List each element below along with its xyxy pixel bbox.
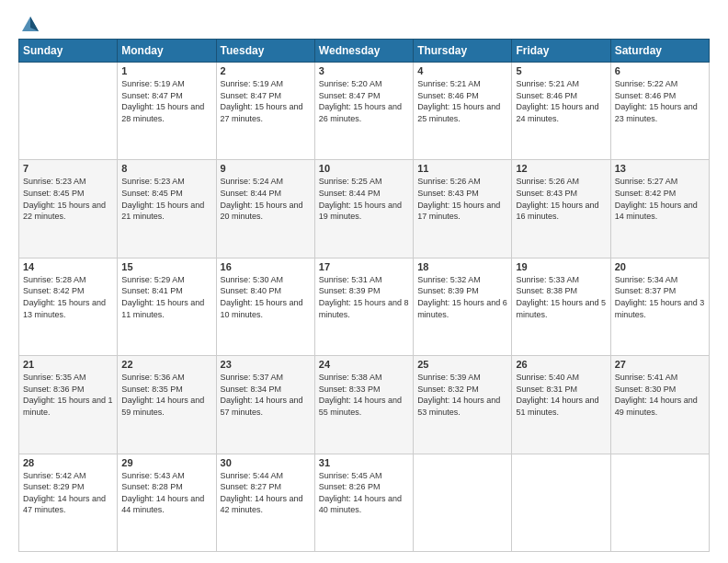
cell-text: Sunrise: 5:28 AMSunset: 8:42 PMDaylight:… <box>23 275 106 319</box>
cell-text: Sunrise: 5:20 AMSunset: 8:47 PMDaylight:… <box>319 79 402 123</box>
calendar-header-cell: Wednesday <box>314 40 413 63</box>
calendar-day-cell: 20Sunrise: 5:34 AMSunset: 8:37 PMDayligh… <box>610 258 709 355</box>
calendar-day-cell: 4Sunrise: 5:21 AMSunset: 8:46 PMDaylight… <box>414 63 512 160</box>
calendar-day-cell: 3Sunrise: 5:20 AMSunset: 8:47 PMDaylight… <box>314 63 413 160</box>
cell-text: Sunrise: 5:23 AMSunset: 8:45 PMDaylight:… <box>121 177 204 221</box>
cell-text: Sunrise: 5:42 AMSunset: 8:29 PMDaylight:… <box>23 471 106 515</box>
day-number: 19 <box>516 261 606 272</box>
cell-text: Sunrise: 5:26 AMSunset: 8:43 PMDaylight:… <box>417 177 500 221</box>
cell-text: Sunrise: 5:25 AMSunset: 8:44 PMDaylight:… <box>319 177 402 221</box>
cell-text: Sunrise: 5:31 AMSunset: 8:39 PMDaylight:… <box>319 275 409 319</box>
calendar-day-cell: 12Sunrise: 5:26 AMSunset: 8:43 PMDayligh… <box>512 160 610 258</box>
calendar-day-cell: 28Sunrise: 5:42 AMSunset: 8:29 PMDayligh… <box>19 454 118 551</box>
calendar-header-row: SundayMondayTuesdayWednesdayThursdayFrid… <box>19 40 710 63</box>
day-number: 25 <box>417 359 507 370</box>
day-number: 28 <box>23 457 113 468</box>
calendar-day-cell: 21Sunrise: 5:35 AMSunset: 8:36 PMDayligh… <box>19 356 118 454</box>
calendar-day-cell: 14Sunrise: 5:28 AMSunset: 8:42 PMDayligh… <box>19 258 118 355</box>
day-number: 10 <box>319 163 409 174</box>
calendar-day-cell: 9Sunrise: 5:24 AMSunset: 8:44 PMDaylight… <box>216 160 314 258</box>
page: SundayMondayTuesdayWednesdayThursdayFrid… <box>0 0 728 563</box>
cell-text: Sunrise: 5:21 AMSunset: 8:46 PMDaylight:… <box>516 79 598 123</box>
logo-icon <box>20 15 40 35</box>
day-number: 18 <box>417 261 507 272</box>
calendar-week-row: 7Sunrise: 5:23 AMSunset: 8:45 PMDaylight… <box>19 160 710 258</box>
calendar-day-cell: 22Sunrise: 5:36 AMSunset: 8:35 PMDayligh… <box>118 356 216 454</box>
cell-text: Sunrise: 5:24 AMSunset: 8:44 PMDaylight:… <box>221 177 303 221</box>
day-number: 27 <box>615 359 705 370</box>
calendar-day-cell: 27Sunrise: 5:41 AMSunset: 8:30 PMDayligh… <box>610 356 709 454</box>
header <box>18 15 710 31</box>
calendar-day-cell: 24Sunrise: 5:38 AMSunset: 8:33 PMDayligh… <box>314 356 413 454</box>
calendar-day-cell: 23Sunrise: 5:37 AMSunset: 8:34 PMDayligh… <box>216 356 314 454</box>
day-number: 9 <box>221 163 311 174</box>
cell-text: Sunrise: 5:29 AMSunset: 8:41 PMDaylight:… <box>121 275 204 319</box>
calendar-week-row: 14Sunrise: 5:28 AMSunset: 8:42 PMDayligh… <box>19 258 710 355</box>
cell-text: Sunrise: 5:39 AMSunset: 8:32 PMDaylight:… <box>417 373 500 417</box>
cell-text: Sunrise: 5:40 AMSunset: 8:31 PMDaylight:… <box>516 373 598 417</box>
day-number: 21 <box>23 359 113 370</box>
day-number: 26 <box>516 359 606 370</box>
cell-text: Sunrise: 5:37 AMSunset: 8:34 PMDaylight:… <box>221 373 303 417</box>
day-number: 17 <box>319 261 409 272</box>
calendar-week-row: 28Sunrise: 5:42 AMSunset: 8:29 PMDayligh… <box>19 454 710 551</box>
calendar-day-cell: 5Sunrise: 5:21 AMSunset: 8:46 PMDaylight… <box>512 63 610 160</box>
cell-text: Sunrise: 5:38 AMSunset: 8:33 PMDaylight:… <box>319 373 402 417</box>
calendar-day-cell: 1Sunrise: 5:19 AMSunset: 8:47 PMDaylight… <box>118 63 216 160</box>
calendar-day-cell <box>19 63 118 160</box>
cell-text: Sunrise: 5:43 AMSunset: 8:28 PMDaylight:… <box>121 471 204 515</box>
day-number: 29 <box>121 457 211 468</box>
calendar-day-cell: 17Sunrise: 5:31 AMSunset: 8:39 PMDayligh… <box>314 258 413 355</box>
day-number: 12 <box>516 163 606 174</box>
calendar-day-cell: 13Sunrise: 5:27 AMSunset: 8:42 PMDayligh… <box>610 160 709 258</box>
calendar-day-cell: 26Sunrise: 5:40 AMSunset: 8:31 PMDayligh… <box>512 356 610 454</box>
cell-text: Sunrise: 5:32 AMSunset: 8:39 PMDaylight:… <box>417 275 507 319</box>
day-number: 20 <box>615 261 705 272</box>
day-number: 8 <box>121 163 211 174</box>
calendar-day-cell: 11Sunrise: 5:26 AMSunset: 8:43 PMDayligh… <box>414 160 512 258</box>
day-number: 5 <box>516 65 606 76</box>
calendar-day-cell: 30Sunrise: 5:44 AMSunset: 8:27 PMDayligh… <box>216 454 314 551</box>
calendar-table: SundayMondayTuesdayWednesdayThursdayFrid… <box>18 39 710 552</box>
day-number: 7 <box>23 163 113 174</box>
cell-text: Sunrise: 5:30 AMSunset: 8:40 PMDaylight:… <box>221 275 303 319</box>
calendar-header-cell: Thursday <box>414 40 512 63</box>
cell-text: Sunrise: 5:41 AMSunset: 8:30 PMDaylight:… <box>615 373 698 417</box>
cell-text: Sunrise: 5:23 AMSunset: 8:45 PMDaylight:… <box>23 177 106 221</box>
cell-text: Sunrise: 5:34 AMSunset: 8:37 PMDaylight:… <box>615 275 705 319</box>
cell-text: Sunrise: 5:19 AMSunset: 8:47 PMDaylight:… <box>121 79 204 123</box>
calendar-day-cell: 29Sunrise: 5:43 AMSunset: 8:28 PMDayligh… <box>118 454 216 551</box>
calendar-day-cell: 2Sunrise: 5:19 AMSunset: 8:47 PMDaylight… <box>216 63 314 160</box>
cell-text: Sunrise: 5:44 AMSunset: 8:27 PMDaylight:… <box>221 471 303 515</box>
cell-text: Sunrise: 5:36 AMSunset: 8:35 PMDaylight:… <box>121 373 204 417</box>
calendar-header-cell: Monday <box>118 40 216 63</box>
cell-text: Sunrise: 5:19 AMSunset: 8:47 PMDaylight:… <box>221 79 303 123</box>
cell-text: Sunrise: 5:27 AMSunset: 8:42 PMDaylight:… <box>615 177 698 221</box>
cell-text: Sunrise: 5:33 AMSunset: 8:38 PMDaylight:… <box>516 275 606 319</box>
day-number: 2 <box>221 65 311 76</box>
cell-text: Sunrise: 5:26 AMSunset: 8:43 PMDaylight:… <box>516 177 598 221</box>
calendar-header-cell: Saturday <box>610 40 709 63</box>
calendar-day-cell <box>414 454 512 551</box>
day-number: 6 <box>615 65 705 76</box>
calendar-day-cell: 10Sunrise: 5:25 AMSunset: 8:44 PMDayligh… <box>314 160 413 258</box>
calendar-day-cell: 31Sunrise: 5:45 AMSunset: 8:26 PMDayligh… <box>314 454 413 551</box>
calendar-header-cell: Friday <box>512 40 610 63</box>
day-number: 16 <box>221 261 311 272</box>
logo <box>18 15 42 31</box>
calendar-day-cell: 16Sunrise: 5:30 AMSunset: 8:40 PMDayligh… <box>216 258 314 355</box>
day-number: 15 <box>121 261 211 272</box>
day-number: 4 <box>417 65 507 76</box>
calendar-day-cell <box>512 454 610 551</box>
calendar-day-cell: 18Sunrise: 5:32 AMSunset: 8:39 PMDayligh… <box>414 258 512 355</box>
calendar-day-cell: 8Sunrise: 5:23 AMSunset: 8:45 PMDaylight… <box>118 160 216 258</box>
calendar-header-cell: Sunday <box>19 40 118 63</box>
calendar-day-cell: 19Sunrise: 5:33 AMSunset: 8:38 PMDayligh… <box>512 258 610 355</box>
day-number: 13 <box>615 163 705 174</box>
cell-text: Sunrise: 5:45 AMSunset: 8:26 PMDaylight:… <box>319 471 402 515</box>
calendar-day-cell <box>610 454 709 551</box>
day-number: 22 <box>121 359 211 370</box>
calendar-day-cell: 15Sunrise: 5:29 AMSunset: 8:41 PMDayligh… <box>118 258 216 355</box>
calendar-week-row: 21Sunrise: 5:35 AMSunset: 8:36 PMDayligh… <box>19 356 710 454</box>
cell-text: Sunrise: 5:22 AMSunset: 8:46 PMDaylight:… <box>615 79 698 123</box>
